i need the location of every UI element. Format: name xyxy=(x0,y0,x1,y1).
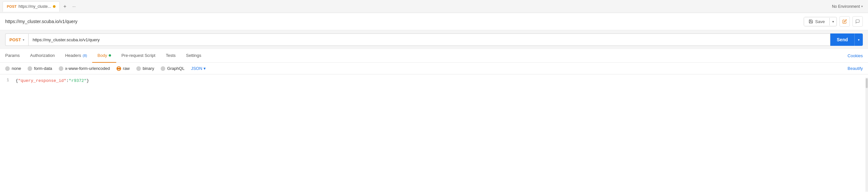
body-options: none form-data x-www-form-urlencoded raw… xyxy=(0,63,868,75)
code-key: "query_response_id" xyxy=(18,78,66,84)
tab-status-dot xyxy=(53,5,56,8)
method-select[interactable]: POST ▾ xyxy=(5,33,28,46)
edit-button[interactable] xyxy=(839,16,850,27)
binary-label: binary xyxy=(143,66,154,71)
raw-radio[interactable] xyxy=(117,66,121,71)
line-numbers: 1 xyxy=(0,78,13,192)
tab-settings-label: Settings xyxy=(186,53,201,58)
code-colon: : xyxy=(66,78,69,84)
headers-badge: (8) xyxy=(83,54,87,58)
tab-url: https://my_cluste... xyxy=(19,4,51,9)
graphql-option[interactable]: GraphQL xyxy=(161,66,184,71)
tabs-nav: Params Authorization Headers (8) Body Pr… xyxy=(0,49,868,63)
graphql-label: GraphQL xyxy=(167,66,184,71)
body-active-dot xyxy=(109,54,111,57)
body-options-right: Beautify xyxy=(847,66,863,71)
scrollbar-thumb xyxy=(866,78,868,88)
tab-params-label: Params xyxy=(5,53,20,58)
tab-tests-label: Tests xyxy=(166,53,176,58)
tab-authorization[interactable]: Authorization xyxy=(25,49,60,63)
line-number-1: 1 xyxy=(5,78,9,83)
send-button-group: Send ▾ xyxy=(830,33,863,46)
code-editor: 1 {"query_response_id": "r9372"} xyxy=(0,75,868,195)
request-bar: POST ▾ Send ▾ xyxy=(0,30,868,49)
tab-bar: POST https://my_cluste... + ··· No Envir… xyxy=(0,0,868,13)
tab-headers-label: Headers xyxy=(65,53,81,58)
json-type-chevron-icon: ▾ xyxy=(204,66,206,71)
request-tab[interactable]: POST https://my_cluste... xyxy=(3,1,60,12)
binary-radio[interactable] xyxy=(136,66,141,71)
save-label: Save xyxy=(815,19,825,24)
raw-label: raw xyxy=(123,66,130,71)
comment-button[interactable] xyxy=(852,16,863,27)
save-button[interactable]: Save xyxy=(804,17,829,26)
more-tabs-button[interactable]: ··· xyxy=(69,2,79,11)
close-brace: } xyxy=(86,78,89,84)
urlencoded-label: x-www-form-urlencoded xyxy=(65,66,110,71)
code-content[interactable]: {"query_response_id": "r9372"} xyxy=(13,78,865,192)
tab-bar-right: No Environment ▾ xyxy=(829,3,865,10)
comment-icon xyxy=(855,19,860,24)
method-chevron-icon: ▾ xyxy=(23,38,24,41)
send-dropdown-button[interactable]: ▾ xyxy=(855,33,863,46)
open-brace: { xyxy=(16,78,18,84)
tab-authorization-label: Authorization xyxy=(30,53,55,58)
beautify-button[interactable]: Beautify xyxy=(847,66,863,71)
url-display: https://my_cluster.scuba.io/v1/query xyxy=(5,19,800,24)
save-button-group: Save ▾ xyxy=(804,17,837,26)
form-data-label: form-data xyxy=(34,66,52,71)
binary-option[interactable]: binary xyxy=(136,66,154,71)
tab-params[interactable]: Params xyxy=(5,49,25,63)
url-input[interactable] xyxy=(28,33,830,46)
tab-tests[interactable]: Tests xyxy=(161,49,181,63)
tab-pre-request-label: Pre-request Script xyxy=(121,53,155,58)
url-bar-actions: Save ▾ xyxy=(804,16,863,27)
json-type-label: JSON xyxy=(191,66,202,71)
none-option[interactable]: none xyxy=(5,66,21,71)
urlencoded-radio[interactable] xyxy=(59,66,63,71)
environment-label: No Environment xyxy=(832,4,860,9)
form-data-radio[interactable] xyxy=(28,66,32,71)
form-data-option[interactable]: form-data xyxy=(28,66,52,71)
tab-pre-request[interactable]: Pre-request Script xyxy=(116,49,161,63)
cookies-link[interactable]: Cookies xyxy=(847,53,863,58)
scrollbar[interactable] xyxy=(865,78,868,192)
tab-method: POST xyxy=(7,4,17,8)
tab-headers[interactable]: Headers (8) xyxy=(60,49,93,63)
graphql-radio[interactable] xyxy=(161,66,165,71)
main-content: https://my_cluster.scuba.io/v1/query Sav… xyxy=(0,13,868,195)
add-tab-button[interactable]: + xyxy=(60,2,69,11)
save-icon xyxy=(809,19,813,24)
tab-body-label: Body xyxy=(97,53,107,58)
tabs-nav-right: Cookies xyxy=(847,53,863,58)
urlencoded-option[interactable]: x-www-form-urlencoded xyxy=(59,66,110,71)
none-radio[interactable] xyxy=(5,66,10,71)
environment-chevron-icon: ▾ xyxy=(861,4,863,8)
send-button[interactable]: Send xyxy=(830,33,855,46)
save-dropdown-button[interactable]: ▾ xyxy=(829,18,837,25)
url-bar-area: https://my_cluster.scuba.io/v1/query Sav… xyxy=(0,13,868,30)
edit-icon xyxy=(842,19,847,24)
save-chevron-icon: ▾ xyxy=(832,20,834,23)
tab-settings[interactable]: Settings xyxy=(181,49,207,63)
environment-selector[interactable]: No Environment ▾ xyxy=(829,3,865,10)
none-label: none xyxy=(12,66,21,71)
code-line-1: {"query_response_id": "r9372"} xyxy=(16,78,863,84)
raw-option[interactable]: raw xyxy=(117,66,130,71)
method-label: POST xyxy=(9,37,21,42)
tab-body[interactable]: Body xyxy=(92,49,116,63)
json-type-dropdown[interactable]: JSON ▾ xyxy=(191,66,206,71)
code-value: "r9372" xyxy=(69,78,87,84)
